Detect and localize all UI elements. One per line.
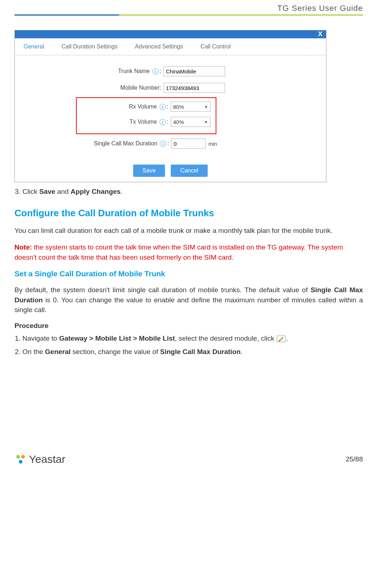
procedure-step-2: On the General section, change the value… [22, 347, 363, 357]
note-text: Note: the system starts to count the tal… [14, 242, 363, 262]
tx-volume-select[interactable]: 40% ▼ [171, 117, 211, 127]
procedure-step-1: Navigate to Gateway > Mobile List > Mobi… [22, 333, 363, 344]
close-icon[interactable]: X [318, 30, 322, 38]
cancel-button[interactable]: Cancel [171, 165, 208, 177]
svg-point-2 [21, 455, 25, 459]
dialog-titlebar: X [15, 30, 326, 38]
logo-icon [14, 453, 27, 465]
row-trunk-name: Trunk Name i: [67, 66, 225, 76]
step-3: Click Save and Apply Changes. [22, 187, 363, 197]
tab-advanced-settings[interactable]: Advanced Settings [126, 38, 192, 55]
label-mobile-number: Mobile Number: [67, 85, 164, 91]
info-icon[interactable]: i [160, 119, 166, 125]
subsection-paragraph: By default, the system doesn't limit sin… [14, 285, 363, 315]
chevron-down-icon: ▼ [204, 105, 208, 109]
label-single-call-max: Single Call Max Duration i: [75, 140, 171, 147]
brand-logo: Yeastar [14, 453, 65, 465]
subsection-heading: Set a Single Call Duration of Mobile Tru… [14, 269, 363, 278]
brand-name: Yeastar [29, 453, 65, 465]
section-heading: Configure the Call Duration of Mobile Tr… [14, 208, 363, 219]
tab-general[interactable]: General [15, 38, 53, 55]
label-rx-volume: Rx Volume i: [80, 103, 171, 110]
tab-call-control[interactable]: Call Control [192, 38, 240, 55]
trunk-name-input[interactable] [164, 66, 225, 76]
tab-call-duration-settings[interactable]: Call Duration Settings [53, 38, 126, 55]
row-tx-volume: Tx Volume i: 40% ▼ [80, 117, 211, 127]
rx-volume-select[interactable]: 80% ▼ [171, 102, 211, 112]
header-rule [14, 14, 363, 16]
row-rx-volume: Rx Volume i: 80% ▼ [80, 102, 211, 112]
chevron-down-icon: ▼ [204, 120, 208, 124]
mobile-number-input[interactable] [164, 83, 225, 93]
page-header: TG Series User Guide [14, 4, 363, 14]
tab-bar: General Call Duration Settings Advanced … [15, 38, 326, 55]
svg-point-3 [19, 460, 22, 464]
save-button[interactable]: Save [133, 165, 165, 177]
info-icon[interactable]: i [160, 141, 166, 147]
label-tx-volume: Tx Volume i: [80, 119, 171, 125]
form-area: Trunk Name i: Mobile Number: Rx Volume i… [15, 55, 326, 161]
svg-point-1 [16, 455, 20, 459]
page-number: 25/88 [346, 455, 363, 463]
procedure-heading: Procedure [14, 322, 363, 330]
dialog-button-row: Save Cancel [15, 161, 326, 182]
info-icon[interactable]: i [152, 68, 158, 74]
label-min: min [208, 141, 217, 147]
single-call-max-input[interactable] [171, 139, 206, 149]
edit-icon[interactable] [277, 336, 285, 342]
page-footer: Yeastar 25/88 [14, 451, 363, 467]
settings-dialog: X General Call Duration Settings Advance… [14, 30, 326, 182]
intro-paragraph: You can limit call duration for each cal… [14, 226, 363, 236]
volume-highlight-box: Rx Volume i: 80% ▼ Tx Volume i: 40% ▼ [76, 97, 216, 134]
info-icon[interactable]: i [160, 104, 166, 110]
row-single-call-max: Single Call Max Duration i: min [75, 139, 217, 149]
label-trunk-name: Trunk Name i: [67, 68, 164, 74]
document-body: Click Save and Apply Changes. Configure … [14, 187, 363, 357]
row-mobile-number: Mobile Number: [67, 83, 225, 93]
doc-title: TG Series User Guide [278, 4, 363, 13]
